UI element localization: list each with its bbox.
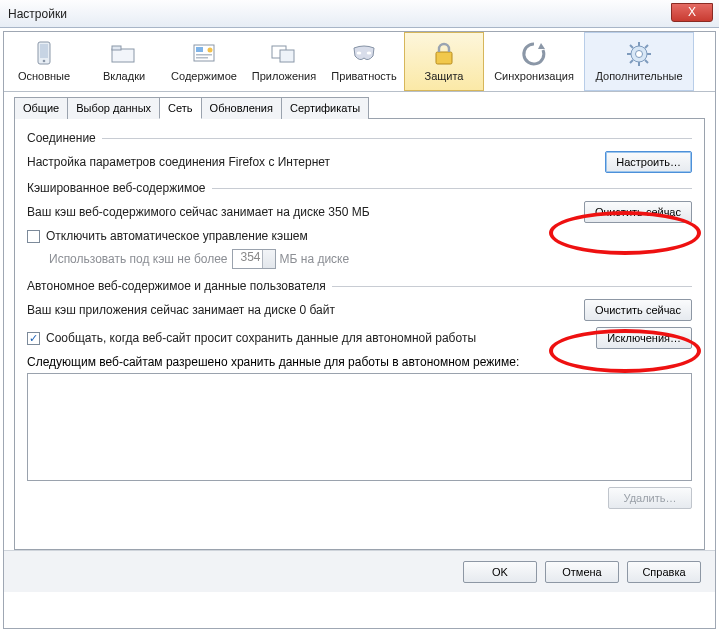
tab-certificates[interactable]: Сертификаты — [281, 97, 369, 119]
content-icon — [191, 41, 217, 67]
svg-rect-11 — [280, 50, 294, 62]
category-label: Вкладки — [103, 70, 145, 82]
cache-limit-suffix: МБ на диске — [280, 252, 350, 266]
category-label: Защита — [425, 70, 464, 82]
tab-updates[interactable]: Обновления — [201, 97, 282, 119]
lock-icon — [431, 41, 457, 67]
window-body: Основные Вкладки Содержимое Приложения П… — [3, 31, 716, 629]
cache-limit-input[interactable]: 354 — [232, 249, 276, 269]
advanced-tabs: Общие Выбор данных Сеть Обновления Серти… — [14, 97, 715, 119]
tab-data-choices[interactable]: Выбор данных — [67, 97, 160, 119]
window-close-button[interactable]: X — [671, 3, 713, 22]
svg-point-16 — [636, 51, 643, 58]
category-privacy[interactable]: Приватность — [324, 32, 404, 91]
svg-line-21 — [630, 45, 633, 48]
cached-legend: Кэшированное веб-содержимое — [27, 181, 692, 195]
svg-point-12 — [357, 51, 362, 54]
svg-rect-14 — [436, 52, 452, 64]
offline-exceptions-button[interactable]: Исключения… — [596, 327, 692, 349]
cache-usage-text: Ваш кэш веб-содержимого сейчас занимает … — [27, 205, 584, 219]
tab-general[interactable]: Общие — [14, 97, 68, 119]
ok-button[interactable]: OK — [463, 561, 537, 583]
svg-point-9 — [208, 48, 213, 53]
category-label: Основные — [18, 70, 70, 82]
category-label: Приватность — [331, 70, 396, 82]
applications-icon — [271, 41, 297, 67]
category-label: Приложения — [252, 70, 316, 82]
network-panel: Соединение Настройка параметров соединен… — [14, 118, 705, 550]
category-advanced[interactable]: Дополнительные — [584, 32, 694, 91]
category-tabs[interactable]: Вкладки — [84, 32, 164, 91]
category-toolbar: Основные Вкладки Содержимое Приложения П… — [4, 32, 715, 92]
category-general[interactable]: Основные — [4, 32, 84, 91]
delete-offline-site-button: Удалить… — [608, 487, 692, 509]
dialog-footer: OK Отмена Справка — [4, 550, 715, 592]
category-label: Содержимое — [171, 70, 237, 82]
connection-legend: Соединение — [27, 131, 692, 145]
svg-line-23 — [645, 45, 648, 48]
svg-line-22 — [645, 60, 648, 63]
mask-icon — [351, 41, 377, 67]
connection-desc: Настройка параметров соединения Firefox … — [27, 155, 605, 169]
disable-auto-cache-checkbox[interactable] — [27, 230, 40, 243]
cache-limit-prefix: Использовать под кэш не более — [49, 252, 228, 266]
svg-rect-7 — [196, 54, 212, 56]
category-label: Синхронизация — [494, 70, 574, 82]
offline-usage-text: Ваш кэш приложения сейчас занимает на ди… — [27, 303, 584, 317]
sync-icon — [521, 41, 547, 67]
category-sync[interactable]: Синхронизация — [484, 32, 584, 91]
phone-icon — [31, 41, 57, 67]
category-label: Дополнительные — [595, 70, 682, 82]
offline-sites-listbox[interactable] — [27, 373, 692, 481]
offline-notify-label: Сообщать, когда веб-сайт просит сохранит… — [46, 331, 596, 345]
clear-offline-button[interactable]: Очистить сейчас — [584, 299, 692, 321]
category-applications[interactable]: Приложения — [244, 32, 324, 91]
disable-auto-cache-label: Отключить автоматическое управление кэше… — [46, 229, 692, 243]
category-content[interactable]: Содержимое — [164, 32, 244, 91]
window-title: Настройки — [8, 7, 67, 21]
svg-rect-4 — [112, 46, 121, 50]
svg-point-2 — [43, 60, 46, 63]
svg-rect-6 — [196, 47, 203, 52]
folder-icon — [111, 41, 137, 67]
help-button[interactable]: Справка — [627, 561, 701, 583]
offline-legend: Автономное веб-содержимое и данные польз… — [27, 279, 692, 293]
category-security[interactable]: Защита — [404, 32, 484, 91]
gear-icon — [626, 41, 652, 67]
svg-line-24 — [630, 60, 633, 63]
svg-rect-1 — [40, 44, 48, 58]
svg-rect-8 — [196, 57, 208, 59]
configure-connection-button[interactable]: Настроить… — [605, 151, 692, 173]
clear-cache-button[interactable]: Очистить сейчас — [584, 201, 692, 223]
offline-allowed-label: Следующим веб-сайтам разрешено хранить д… — [27, 355, 519, 369]
title-bar: Настройки X — [0, 0, 719, 28]
tab-network[interactable]: Сеть — [159, 97, 201, 119]
svg-rect-3 — [112, 49, 134, 62]
offline-notify-checkbox[interactable] — [27, 332, 40, 345]
cancel-button[interactable]: Отмена — [545, 561, 619, 583]
svg-point-13 — [367, 51, 372, 54]
